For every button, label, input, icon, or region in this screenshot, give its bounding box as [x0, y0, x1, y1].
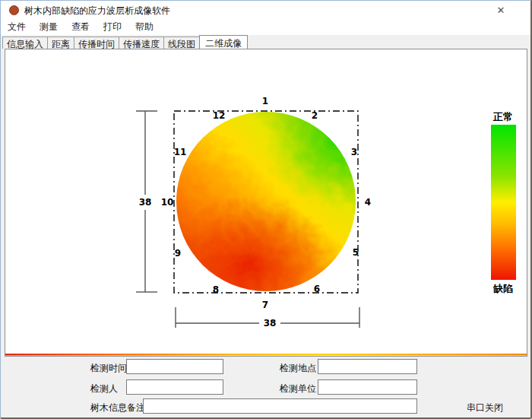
tab-info-input[interactable]: 信息输入	[2, 37, 48, 49]
tab-line-graph[interactable]: 线段图	[163, 37, 200, 49]
detect-unit-input[interactable]	[318, 379, 417, 395]
sensor-label-1: 1	[262, 96, 268, 106]
sensor-label-12: 12	[213, 110, 226, 121]
detect-place-label: 检测地点	[280, 362, 316, 375]
tomogram-canvas: 38 38 1 2 3 4 5 6 7 8 9 10 11	[5, 49, 527, 357]
tab-propagation-time[interactable]: 传播时间	[74, 37, 119, 49]
sensor-label-6: 6	[314, 284, 320, 294]
sensor-label-11: 11	[174, 147, 187, 157]
menu-item-print[interactable]: 打印	[97, 19, 128, 35]
sensor-label-9: 9	[175, 248, 181, 259]
height-dimension-label: 38	[139, 197, 152, 208]
detect-person-input[interactable]	[126, 379, 223, 395]
sensor-label-2: 2	[312, 110, 318, 121]
detect-person-label: 检测人	[90, 382, 118, 395]
tree-remarks-input[interactable]	[143, 398, 417, 414]
tomogram-image: 38 38 1 2 3 4 5 6 7 8 9 10 11	[5, 49, 527, 356]
menu-item-help[interactable]: 帮助	[128, 19, 160, 35]
sensor-label-5: 5	[353, 247, 359, 258]
bottom-artifact-strip	[5, 354, 527, 356]
legend-colorbar	[491, 125, 516, 280]
detect-unit-label: 检测单位	[280, 382, 316, 395]
legend-normal-label: 正常	[492, 111, 513, 122]
tomogram-disc	[153, 76, 419, 335]
tree-remarks-label: 树木信息备注	[90, 402, 145, 414]
menu-bar: 文件 测量 查看 打印 帮助	[1, 19, 530, 35]
tab-distance[interactable]: 距离	[47, 37, 74, 49]
sensor-label-4: 4	[365, 197, 371, 208]
sensor-label-10: 10	[161, 197, 174, 208]
tab-bar: 信息输入 距离 传播时间 传播速度 线段图 二维成像	[1, 35, 530, 49]
width-dimension-label: 38	[264, 318, 277, 329]
detection-form: 检测时间 检测地点 检测人 检测单位 树木信息备注 串口关闭	[1, 357, 530, 419]
detect-time-label: 检测时间	[90, 362, 127, 375]
sensor-label-8: 8	[213, 284, 219, 295]
close-icon[interactable]: ✕	[494, 4, 508, 17]
menu-item-measure[interactable]: 测量	[33, 19, 65, 35]
title-bar: 树木内部缺陷的应力波层析成像软件 ✕	[1, 1, 530, 19]
tab-propagation-speed[interactable]: 传播速度	[119, 37, 164, 49]
menu-item-file[interactable]: 文件	[1, 19, 33, 35]
menu-item-view[interactable]: 查看	[65, 19, 97, 35]
app-window: 树木内部缺陷的应力波层析成像软件 ✕ 文件 测量 查看 打印 帮助 信息输入 距…	[0, 0, 532, 419]
tab-2d-imaging[interactable]: 二维成像	[199, 35, 248, 49]
detect-time-input[interactable]	[126, 359, 223, 374]
sensor-label-3: 3	[351, 147, 357, 157]
window-title: 树木内部缺陷的应力波层析成像软件	[24, 5, 170, 17]
sensor-label-7: 7	[262, 300, 268, 310]
app-icon	[9, 5, 19, 15]
detect-place-input[interactable]	[318, 359, 417, 374]
legend-defect-label: 缺陷	[492, 283, 513, 294]
serial-port-status: 串口关闭	[467, 402, 503, 414]
